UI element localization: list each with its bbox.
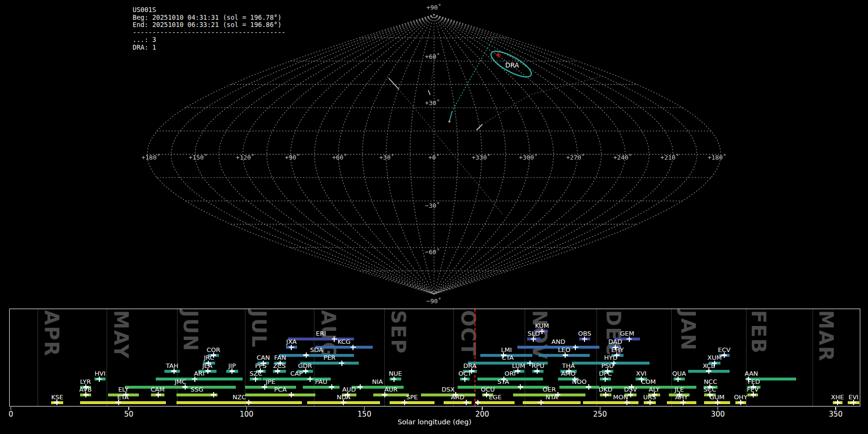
shower-label-DSX: DSX xyxy=(431,386,465,393)
lon-label: +120˚ xyxy=(236,154,255,161)
shower-peak-cross-ARI xyxy=(192,377,197,382)
info-line-3: --------------------------------------- xyxy=(133,29,285,37)
shower-label-SPE: SPE xyxy=(395,394,429,401)
shower-peak-cross-JMC xyxy=(182,384,188,390)
lat-label: +60˚ xyxy=(425,53,440,60)
shower-peak-cross-STA xyxy=(518,384,523,390)
shower-peak-cross-TAH xyxy=(171,368,176,374)
shower-peak-cross-EGE xyxy=(475,400,480,405)
month-gridline-JUN xyxy=(177,309,177,406)
shower-peak-cross-PAU xyxy=(329,384,334,390)
shower-peak-cross-CAP xyxy=(307,377,312,382)
shower-peak-cross-COM xyxy=(629,384,634,390)
shower-peak-cross-NTA xyxy=(538,400,543,405)
shower-peak-cross-SPE xyxy=(402,400,407,405)
info-line-5: DRA: 1 xyxy=(133,44,285,52)
x-tick-label: 350 xyxy=(821,410,850,419)
shower-peak-cross-AND xyxy=(573,345,578,350)
shower-peak-cross-RPU xyxy=(534,368,540,374)
pole-label-north: +90˚ xyxy=(426,4,441,11)
month-label-JUN: JUN xyxy=(181,310,200,352)
shower-peak-cross-OCT xyxy=(462,377,467,382)
shower-peak-cross-AUR xyxy=(382,392,387,397)
shower-peak-cross-OBS xyxy=(582,337,587,342)
shower-label-AAN: AAN xyxy=(734,370,768,377)
shower-peak-cross-AVB xyxy=(83,392,89,397)
lon-label: +0˚ xyxy=(428,154,439,161)
shower-peak-cross-NOO xyxy=(586,384,591,390)
shower-peak-cross-AHY xyxy=(680,400,686,405)
info-line-0: US001S xyxy=(133,6,285,14)
month-label-JUL: JUL xyxy=(249,310,269,348)
info-line-2: End: 20251010 06:33:21 (sol = 196.86°) xyxy=(133,21,285,29)
shower-peak-cross-ERI xyxy=(332,337,337,342)
shower-peak-cross-SCC xyxy=(707,392,713,397)
shower-peak-cross-THA xyxy=(566,368,571,374)
shower-label-AUR: AUR xyxy=(374,386,408,393)
shower-peak-cross-URS xyxy=(647,400,652,405)
lat-label: −30˚ xyxy=(425,202,440,209)
shower-label-COM: COM xyxy=(632,379,665,385)
x-axis-title: Solar longitude (deg) xyxy=(362,418,507,426)
shower-peak-cross-DRA xyxy=(469,368,475,374)
shower-peak-cross-KCG xyxy=(351,345,356,350)
shower-peak-cross-LYR xyxy=(83,384,89,390)
shower-peak-cross-XVI xyxy=(638,377,644,382)
shower-peak-cross-MON xyxy=(624,400,630,405)
shower-peak-cross-XUM xyxy=(712,361,717,366)
shower-peak-cross-FED xyxy=(751,384,756,390)
shower-peak-cross-OER xyxy=(555,392,560,397)
shower-peak-cross-JIP xyxy=(230,368,235,374)
lon-label: +300˚ xyxy=(519,154,538,161)
sky-map: DRA+90˚−90˚+60˚+30˚−30˚−60˚+180˚+150˚+12… xyxy=(0,0,868,309)
shower-label-NIA: NIA xyxy=(361,379,394,385)
month-label-FEB: FEB xyxy=(749,310,768,354)
month-label-SEP: SEP xyxy=(389,310,408,354)
shower-label-ORI: ORI xyxy=(493,370,527,377)
month-label-JAN: JAN xyxy=(678,310,698,351)
lon-label: +180˚ xyxy=(141,154,160,161)
shower-peak-cross-ELY xyxy=(123,392,129,397)
shower-peak-cross-DSV xyxy=(628,392,633,397)
shower-label-JPE: JPE xyxy=(254,379,287,385)
shower-peak-cross-GUM xyxy=(715,400,720,405)
shower-peak-cross-DPC xyxy=(603,377,608,382)
lon-label: +90˚ xyxy=(285,154,300,161)
lon-label: +240˚ xyxy=(613,154,632,161)
lon-label: +270˚ xyxy=(566,154,585,161)
shower-peak-cross-DSX xyxy=(453,392,458,397)
info-line-4: ...: 3 xyxy=(133,36,285,44)
shower-peak-cross-EVI xyxy=(851,400,856,405)
shower-bar-ETA xyxy=(80,401,166,404)
shower-peak-cross-ZCS xyxy=(275,368,280,374)
shower-peak-cross-PPS xyxy=(258,368,263,374)
shower-peak-cross-SZC xyxy=(253,377,258,382)
meteor-trail xyxy=(428,90,430,95)
pole-label-south: −90˚ xyxy=(426,298,441,305)
meteor-trail-extension xyxy=(453,39,493,109)
shower-peak-cross-ORI xyxy=(501,377,506,382)
shower-peak-cross-JRC xyxy=(206,361,211,366)
shower-peak-cross-JEA xyxy=(205,368,211,374)
x-tick-label: 200 xyxy=(468,410,497,419)
shower-peak-cross-SDA xyxy=(303,353,309,358)
shower-peak-cross-XHE xyxy=(835,400,840,405)
shower-peak-cross-DAD xyxy=(613,345,618,350)
month-gridline-APR xyxy=(38,309,38,406)
shower-label-OER: OER xyxy=(532,386,566,393)
shower-peak-cross-AMO xyxy=(572,377,578,382)
meteor-trail xyxy=(389,78,399,89)
meteor-trail xyxy=(449,111,452,121)
x-tick-label: 250 xyxy=(585,410,614,419)
shower-peak-cross-SSG xyxy=(211,392,216,397)
shower-peak-cross-NZC xyxy=(246,400,252,405)
shower-peak-cross-ECV xyxy=(721,353,727,358)
meteor-end-dot xyxy=(448,121,450,122)
shower-peak-cross-AUD xyxy=(345,392,350,397)
shower-peak-cross-EHY xyxy=(614,353,620,358)
lon-label: +150˚ xyxy=(189,154,207,161)
shower-peak-cross-PER xyxy=(339,361,344,366)
shower-peak-cross-HYD xyxy=(611,361,616,366)
shower-bar-NZC xyxy=(176,401,302,404)
lat-label: +30˚ xyxy=(425,99,440,107)
